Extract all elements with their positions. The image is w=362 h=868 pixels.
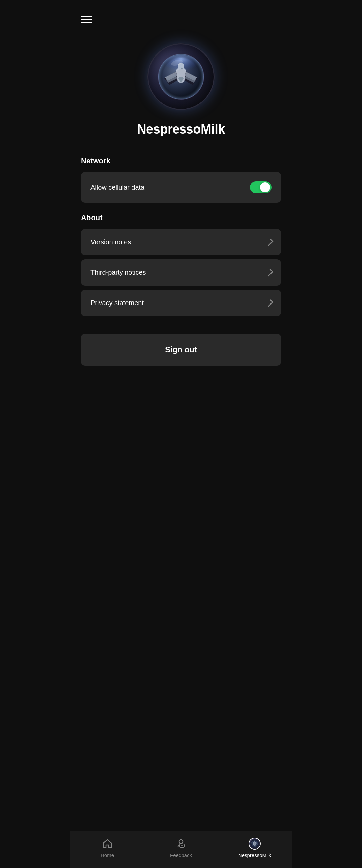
about-section: About Version notes Third-party notices … (81, 214, 281, 316)
bottom-spacer (71, 386, 291, 426)
chevron-right-icon (266, 238, 274, 246)
allow-cellular-data-label: Allow cellular data (90, 184, 144, 191)
hamburger-menu-button[interactable] (81, 16, 92, 23)
network-section: Network Allow cellular data (81, 157, 281, 203)
settings-content: Network Allow cellular data About Versio… (71, 157, 291, 316)
version-notes-label: Version notes (90, 238, 131, 246)
version-notes-row[interactable]: Version notes (81, 229, 281, 255)
avatar (147, 43, 215, 110)
shield-icon (158, 53, 204, 100)
sign-out-button[interactable]: Sign out (81, 334, 281, 366)
shield-mini-icon (250, 839, 259, 848)
profile-nav-icon-container (249, 838, 261, 849)
third-party-notices-label: Third-party notices (90, 269, 146, 276)
sign-out-section: Sign out (71, 327, 291, 386)
toggle-knob (260, 182, 270, 192)
privacy-statement-label: Privacy statement (90, 299, 144, 307)
chevron-right-icon (266, 299, 274, 307)
hamburger-line-2 (81, 19, 92, 20)
allow-cellular-data-row[interactable]: Allow cellular data (81, 172, 281, 203)
profile-avatar-mini (249, 838, 261, 849)
home-nav-label: Home (101, 852, 114, 858)
svg-point-5 (179, 840, 183, 844)
privacy-statement-row[interactable]: Privacy statement (81, 290, 281, 316)
profile-section: NespressoMilk (71, 30, 291, 157)
home-icon (101, 838, 113, 849)
bottom-nav: Home Feedback (71, 831, 291, 868)
feedback-nav-label: Feedback (170, 852, 192, 858)
third-party-notices-row[interactable]: Third-party notices (81, 259, 281, 286)
nav-item-profile[interactable]: NespressoMilk (218, 838, 291, 858)
home-svg (102, 838, 113, 849)
hamburger-line-1 (81, 16, 92, 17)
chevron-right-icon (266, 269, 274, 276)
feedback-svg (175, 838, 187, 849)
cellular-data-toggle[interactable] (250, 181, 272, 193)
header (71, 0, 291, 30)
nav-item-home[interactable]: Home (71, 838, 144, 858)
username-label: NespressoMilk (137, 122, 225, 136)
hamburger-line-3 (81, 22, 92, 23)
network-section-title: Network (81, 157, 281, 165)
sign-out-label: Sign out (165, 345, 197, 354)
profile-nav-label: NespressoMilk (238, 852, 271, 858)
nav-item-feedback[interactable]: Feedback (144, 838, 218, 858)
about-section-title: About (81, 214, 281, 222)
feedback-icon (175, 838, 187, 849)
